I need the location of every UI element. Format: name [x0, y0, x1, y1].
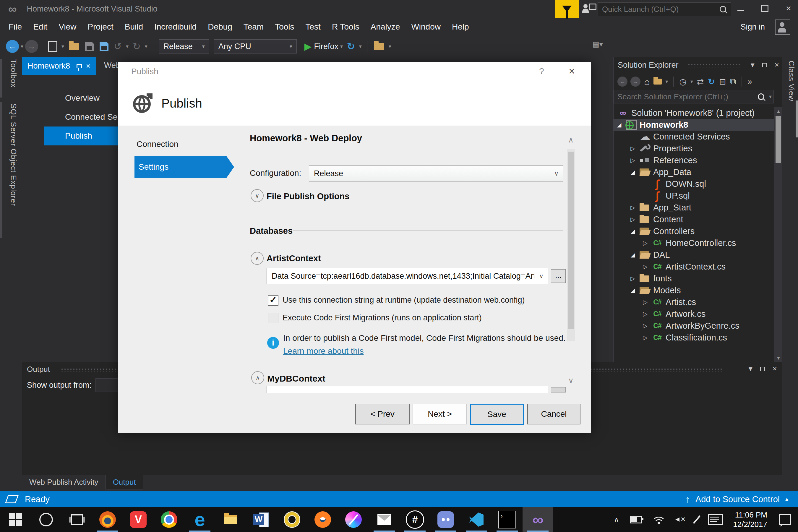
scroll-down-icon[interactable]: ∨ [568, 376, 574, 385]
sidebar-tab-class-view[interactable]: Class View [787, 61, 796, 101]
expander-icon[interactable] [627, 204, 639, 211]
runtime-connection-checkbox[interactable]: ✓ [268, 295, 279, 306]
mydb-context-expander[interactable]: ∧ [251, 371, 264, 384]
expander-icon[interactable] [640, 240, 651, 247]
switch-views-icon[interactable] [653, 79, 662, 84]
forward-icon[interactable]: → [630, 77, 641, 87]
platform-dropdown[interactable]: Any CPU▾ [214, 39, 297, 54]
blender-app[interactable] [307, 507, 338, 532]
toolbar-options-icon[interactable]: ▾ [389, 43, 391, 50]
learn-more-link[interactable]: Learn more about this [283, 346, 363, 356]
vscode-app[interactable] [461, 507, 492, 532]
dialog-scrollbar[interactable] [567, 149, 575, 341]
task-view-button[interactable] [61, 507, 92, 532]
scrollbar-thumb[interactable] [776, 116, 781, 163]
scroll-up-icon[interactable]: ▲ [776, 109, 781, 114]
mail-app[interactable] [369, 507, 400, 532]
close-panel-icon[interactable]: × [773, 364, 777, 373]
expander-icon[interactable] [640, 263, 651, 270]
chevron-up-icon[interactable]: ▲ [784, 496, 790, 503]
dialog-nav-connection[interactable]: Connection [136, 139, 178, 149]
scroll-up-icon[interactable]: ∧ [568, 135, 574, 145]
new-file-icon[interactable] [48, 41, 57, 52]
menu-item[interactable]: Analyze [365, 18, 406, 36]
sidebar-tab-toolbox[interactable]: Toolbox [9, 59, 18, 88]
volume-muted-icon[interactable] [675, 516, 685, 524]
word-app[interactable] [246, 507, 277, 532]
solution-explorer-search[interactable]: ▾ [613, 90, 774, 103]
start-button[interactable] [0, 507, 31, 532]
refresh-icon[interactable]: ↻ [708, 77, 715, 87]
expander-icon[interactable] [627, 145, 639, 152]
menu-item[interactable]: File [3, 18, 27, 36]
show-all-files-icon[interactable]: ⧉ [730, 77, 736, 87]
expander-icon[interactable] [640, 334, 651, 341]
browser-target[interactable]: Firefox [314, 42, 338, 51]
menu-item[interactable]: Edit [27, 18, 53, 36]
connection-string-input[interactable] [267, 271, 535, 281]
toolbar-overflow-icon[interactable]: » [747, 77, 752, 86]
dialog-help-icon[interactable]: ? [539, 66, 544, 76]
tree-item[interactable]: Content [613, 213, 775, 225]
tree-item[interactable]: Properties [613, 142, 775, 154]
mydb-browse-button[interactable] [551, 387, 566, 393]
restore-button[interactable] [757, 0, 773, 17]
tree-item[interactable]: Artwork.cs [613, 308, 775, 320]
expander-icon[interactable] [627, 157, 639, 164]
refresh-icon[interactable]: ↻ [347, 41, 355, 52]
feedback-flag-button[interactable] [555, 0, 579, 18]
file-publish-options-expander[interactable]: ∨ [251, 189, 264, 202]
configuration-dropdown[interactable]: Release▾ [159, 39, 209, 54]
close-panel-icon[interactable]: × [775, 60, 779, 70]
edge-app[interactable] [185, 507, 215, 532]
dialog-close-icon[interactable]: × [569, 65, 575, 77]
expander-icon[interactable] [640, 299, 651, 306]
home-icon[interactable]: ⌂ [644, 76, 650, 87]
chrome-app[interactable] [154, 507, 185, 532]
paint3d-app[interactable] [338, 507, 369, 532]
expander-icon[interactable] [627, 287, 639, 294]
scrollbar-thumb[interactable] [568, 152, 574, 329]
menu-item[interactable]: View [53, 18, 82, 36]
send-feedback-button[interactable] [583, 3, 596, 15]
tree-item[interactable]: ArtistContext.cs [613, 261, 775, 272]
account-avatar[interactable] [775, 19, 790, 35]
start-debug-icon[interactable]: ▶ [304, 41, 312, 52]
tree-item[interactable]: HomeController.cs [613, 237, 775, 249]
navigate-back-icon[interactable]: ← [6, 40, 19, 53]
discord-app[interactable] [430, 507, 461, 532]
close-tab-icon[interactable]: × [86, 61, 91, 71]
tree-item[interactable]: Models [613, 284, 775, 296]
menu-item[interactable]: Build [119, 18, 149, 36]
dialog-title-bar[interactable]: Publish ? × [118, 62, 591, 82]
expander-icon[interactable] [627, 169, 639, 175]
code-first-migrations-checkbox[interactable] [268, 313, 279, 323]
document-tab-homework8[interactable]: Homework8 × [22, 57, 96, 75]
menu-item[interactable]: Project [82, 18, 119, 36]
menu-item[interactable]: Team [238, 18, 269, 36]
toolbar-overflow-icon[interactable]: ▤▾ [593, 40, 603, 49]
tree-item[interactable]: UP.sql [613, 190, 775, 202]
pin-icon[interactable] [77, 64, 82, 68]
solution-explorer-search-input[interactable] [614, 92, 758, 101]
menu-item[interactable]: Tools [269, 18, 300, 36]
wifi-icon[interactable] [653, 515, 665, 524]
pin-icon[interactable] [762, 63, 767, 67]
tree-item[interactable]: DAL [613, 249, 775, 261]
menu-item[interactable]: Incredibuild [149, 18, 202, 36]
artist-context-expander[interactable]: ∧ [251, 252, 264, 265]
expander-icon[interactable] [627, 251, 639, 258]
navigate-forward-icon[interactable]: → [25, 40, 38, 53]
taskbar-clock[interactable]: 11:06 PM 12/2/2017 [733, 510, 767, 529]
pin-icon[interactable] [760, 367, 765, 371]
next-button[interactable]: Next > [413, 404, 467, 424]
find-in-files-icon[interactable] [374, 43, 384, 50]
configuration-select[interactable]: Release∨ [309, 166, 563, 182]
collapse-all-icon[interactable]: ⊟ [719, 77, 726, 87]
tree-item[interactable]: Artist.cs [613, 296, 775, 308]
prev-button[interactable]: < Prev [355, 404, 410, 424]
save-all-icon[interactable] [100, 42, 109, 51]
mydb-connection-string-field[interactable] [267, 386, 548, 393]
terminal-app[interactable] [492, 507, 522, 532]
battery-icon[interactable] [630, 516, 642, 524]
